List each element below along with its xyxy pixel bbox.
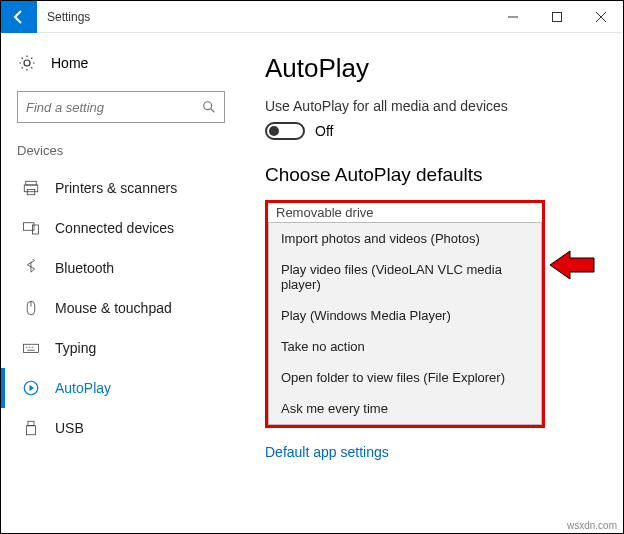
sidebar-item-label: Connected devices: [55, 220, 174, 236]
back-button[interactable]: [1, 1, 37, 33]
dropdown-list: Import photos and videos (Photos) Play v…: [268, 222, 542, 425]
default-app-settings-link[interactable]: Default app settings: [265, 444, 599, 460]
sidebar: Home Devices Printers & scanners Connect…: [1, 33, 241, 533]
svg-rect-8: [33, 225, 39, 234]
main-panel: AutoPlay Use AutoPlay for all media and …: [241, 33, 623, 533]
search-icon: [202, 100, 216, 114]
dropdown-option[interactable]: Open folder to view files (File Explorer…: [269, 362, 541, 393]
svg-rect-18: [27, 426, 36, 435]
toggle-state-label: Off: [315, 123, 333, 139]
sidebar-home[interactable]: Home: [1, 45, 241, 81]
sidebar-item-mouse[interactable]: Mouse & touchpad: [1, 288, 241, 328]
window-title: Settings: [47, 10, 491, 24]
minimize-button[interactable]: [491, 1, 535, 33]
sidebar-item-label: Printers & scanners: [55, 180, 177, 196]
dropdown-option[interactable]: Ask me every time: [269, 393, 541, 424]
printer-icon: [21, 178, 41, 198]
svg-rect-5: [24, 185, 38, 192]
svg-line-3: [211, 109, 215, 113]
window-titlebar: Settings: [1, 1, 623, 33]
sidebar-item-label: Typing: [55, 340, 96, 356]
dropdown-option[interactable]: Play (Windows Media Player): [269, 300, 541, 331]
removable-drive-dropdown[interactable]: Removable drive Import photos and videos…: [265, 200, 545, 428]
gear-icon: [17, 53, 37, 73]
sidebar-item-label: Mouse & touchpad: [55, 300, 172, 316]
sidebar-item-bluetooth[interactable]: Bluetooth: [1, 248, 241, 288]
arrow-callout: [550, 249, 598, 281]
watermark: wsxdn.com: [567, 520, 617, 531]
keyboard-icon: [21, 338, 41, 358]
svg-rect-4: [26, 181, 37, 185]
dropdown-label: Removable drive: [268, 203, 542, 222]
close-button[interactable]: [579, 1, 623, 33]
sidebar-item-connected-devices[interactable]: Connected devices: [1, 208, 241, 248]
page-title: AutoPlay: [265, 53, 599, 84]
svg-rect-17: [28, 421, 34, 426]
dropdown-option[interactable]: Import photos and videos (Photos): [269, 223, 541, 254]
sidebar-item-typing[interactable]: Typing: [1, 328, 241, 368]
search-input[interactable]: [26, 100, 202, 115]
maximize-button[interactable]: [535, 1, 579, 33]
toggle-knob: [269, 126, 279, 136]
sidebar-item-label: USB: [55, 420, 84, 436]
home-label: Home: [51, 55, 88, 71]
svg-marker-19: [550, 251, 594, 279]
toggle-description: Use AutoPlay for all media and devices: [265, 98, 599, 114]
sidebar-item-printers[interactable]: Printers & scanners: [1, 168, 241, 208]
window-controls: [491, 1, 623, 33]
sidebar-item-label: AutoPlay: [55, 380, 111, 396]
dropdown-option[interactable]: Play video files (VideoLAN VLC media pla…: [269, 254, 541, 300]
sidebar-item-usb[interactable]: USB: [1, 408, 241, 448]
close-icon: [596, 12, 606, 22]
arrow-left-icon: [11, 9, 27, 25]
sidebar-item-autoplay[interactable]: AutoPlay: [1, 368, 241, 408]
sidebar-item-label: Bluetooth: [55, 260, 114, 276]
usb-icon: [21, 418, 41, 438]
mouse-icon: [21, 298, 41, 318]
svg-point-2: [204, 102, 212, 110]
defaults-title: Choose AutoPlay defaults: [265, 164, 599, 186]
devices-icon: [21, 218, 41, 238]
bluetooth-icon: [21, 258, 41, 278]
minimize-icon: [508, 12, 518, 22]
toggle-row: Off: [265, 122, 599, 140]
maximize-icon: [552, 12, 562, 22]
autoplay-icon: [21, 378, 41, 398]
svg-rect-1: [553, 12, 562, 21]
svg-rect-11: [24, 344, 39, 352]
autoplay-toggle[interactable]: [265, 122, 305, 140]
sidebar-section-label: Devices: [1, 137, 241, 168]
dropdown-option[interactable]: Take no action: [269, 331, 541, 362]
search-input-wrap[interactable]: [17, 91, 225, 123]
